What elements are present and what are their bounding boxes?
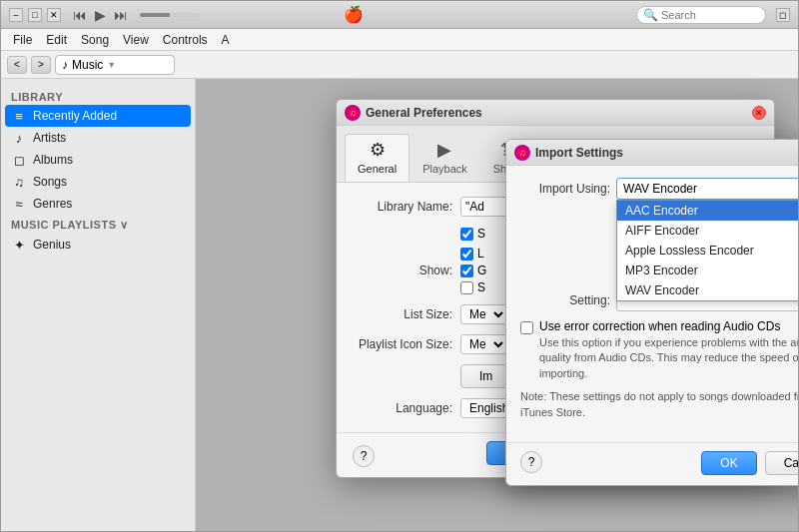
- show-g-label: G: [477, 264, 486, 277]
- location-label: Music: [72, 58, 103, 72]
- itunes-icon-import: ♫: [514, 145, 530, 161]
- playback-tab-icon: ▶: [437, 139, 451, 161]
- encoder-option-apple-lossless[interactable]: Apple Lossless Encoder: [617, 241, 798, 261]
- import-using-dropdown[interactable]: WAV Encoder ▼ AAC Encoder AIFF Encoder A…: [616, 178, 798, 200]
- error-correction-desc: Use this option if you experience proble…: [539, 335, 798, 381]
- general-tab-icon: ⚙: [370, 139, 386, 161]
- import-settings-ok-button[interactable]: OK: [701, 451, 756, 475]
- encoder-dropdown-list: AAC Encoder AIFF Encoder Apple Lossless …: [616, 200, 798, 301]
- encoder-option-mp3[interactable]: MP3 Encoder: [617, 261, 798, 280]
- show-item-g: G: [460, 264, 486, 277]
- music-note-icon: ♪: [62, 58, 68, 72]
- import-using-row: Import Using: WAV Encoder ▼ AAC Encoder …: [520, 178, 798, 200]
- show-item-l: L: [460, 247, 486, 261]
- import-settings-body: Import Using: WAV Encoder ▼ AAC Encoder …: [506, 166, 798, 442]
- import-using-label: Import Using:: [520, 182, 610, 196]
- checkbox-g[interactable]: [460, 265, 473, 277]
- sidebar-item-albums[interactable]: ◻ Albums: [1, 149, 195, 171]
- import-settings-dialog: ♫ Import Settings ✕ Import Using: WAV En…: [505, 139, 798, 486]
- play-button[interactable]: ▶: [93, 7, 108, 23]
- sidebar-item-label: Songs: [33, 175, 67, 189]
- menu-controls[interactable]: Controls: [157, 31, 214, 49]
- menu-file[interactable]: File: [7, 31, 38, 49]
- chevron-down-icon: ▼: [107, 60, 116, 70]
- genres-icon: ≈: [11, 196, 27, 212]
- import-button[interactable]: Im: [460, 364, 511, 388]
- minimize-button[interactable]: –: [9, 8, 23, 22]
- show-item-s2: S: [460, 280, 486, 294]
- playlist-icon-size-select[interactable]: Me: [460, 334, 507, 354]
- show-l-label: L: [477, 247, 484, 261]
- sidebar-item-label: Genres: [33, 197, 72, 211]
- back-button[interactable]: <: [7, 56, 27, 74]
- menu-advanced[interactable]: A: [216, 31, 236, 49]
- artists-icon: ♪: [11, 130, 27, 146]
- rewind-button[interactable]: ⏮: [71, 7, 89, 23]
- menu-song[interactable]: Song: [75, 31, 115, 49]
- sidebar-item-label: Albums: [33, 153, 73, 167]
- menu-edit[interactable]: Edit: [40, 31, 73, 49]
- menu-view[interactable]: View: [117, 31, 155, 49]
- show-checkboxes: L G S: [460, 247, 486, 294]
- checkbox-s[interactable]: [460, 228, 473, 241]
- setting-label: Setting:: [520, 293, 610, 307]
- sidebar-item-songs[interactable]: ♫ Songs: [1, 171, 195, 193]
- content-area: ♫ General Preferences ✕ ⚙ General ▶ Play…: [196, 79, 798, 531]
- sidebar-item-artists[interactable]: ♪ Artists: [1, 127, 195, 149]
- encoder-option-aac[interactable]: AAC Encoder: [617, 201, 798, 221]
- sidebar-item-label: Genius: [33, 238, 71, 252]
- list-size-label: List Size:: [353, 307, 452, 321]
- albums-icon: ◻: [11, 152, 27, 168]
- forward-button[interactable]: >: [31, 56, 51, 74]
- import-settings-help-button[interactable]: ?: [520, 451, 542, 473]
- import-settings-cancel-button[interactable]: Cancel: [765, 451, 798, 475]
- search-input[interactable]: [661, 9, 761, 21]
- close-button[interactable]: ✕: [47, 8, 61, 22]
- transport-controls: ⏮ ▶ ⏭: [71, 7, 130, 23]
- import-settings-titlebar: ♫ Import Settings ✕: [506, 140, 798, 166]
- tab-playback[interactable]: ▶ Playback: [409, 134, 480, 182]
- error-correction-row: Use error correction when reading Audio …: [520, 319, 798, 381]
- general-tab-label: General: [358, 163, 397, 175]
- songs-icon: ♫: [11, 174, 27, 190]
- window-resize-controls: ◻: [776, 8, 790, 22]
- checkbox-l[interactable]: [460, 248, 473, 261]
- sidebar-playlists-section[interactable]: Music Playlists ∨: [1, 215, 195, 234]
- playlists-label: Music Playlists ∨: [11, 219, 129, 232]
- encoder-option-aiff[interactable]: AIFF Encoder: [617, 221, 798, 241]
- general-prefs-close-button[interactable]: ✕: [752, 106, 766, 120]
- menu-bar: File Edit Song View Controls A: [1, 29, 798, 51]
- sidebar: Library ≡ Recently Added ♪ Artists ◻ Alb…: [1, 79, 196, 531]
- sidebar-library-section: Library: [1, 87, 195, 105]
- tab-general[interactable]: ⚙ General: [345, 134, 409, 182]
- checkbox-s2[interactable]: [460, 281, 473, 294]
- maximize-button[interactable]: □: [28, 8, 42, 22]
- show-label: Show:: [353, 264, 452, 277]
- itunes-window: – □ ✕ ⏮ ▶ ⏭ 🍎 🔍 ◻ File Edit Song View Co…: [0, 0, 799, 532]
- itunes-icon: ♫: [345, 105, 361, 121]
- volume-slider[interactable]: [140, 13, 200, 17]
- search-box: 🔍: [636, 6, 766, 24]
- import-settings-footer: ? OK Cancel: [506, 442, 798, 485]
- sidebar-item-label: Recently Added: [33, 109, 117, 123]
- restore-button[interactable]: ◻: [776, 8, 790, 22]
- dropdown-selected-value[interactable]: WAV Encoder ▼: [616, 178, 798, 200]
- encoder-option-wav[interactable]: WAV Encoder: [617, 280, 798, 300]
- sidebar-item-genres[interactable]: ≈ Genres: [1, 193, 195, 215]
- general-prefs-help-button[interactable]: ?: [353, 445, 375, 467]
- show-s2-label: S: [477, 280, 485, 294]
- checkbox-label-s: S: [477, 227, 485, 241]
- search-icon: 🔍: [643, 8, 658, 22]
- error-correction-content: Use error correction when reading Audio …: [539, 319, 798, 381]
- playback-tab-label: Playback: [422, 163, 467, 175]
- import-settings-note: Note: These settings do not apply to son…: [520, 389, 798, 420]
- fast-forward-button[interactable]: ⏭: [112, 7, 130, 23]
- sidebar-item-genius[interactable]: ✦ Genius: [1, 234, 195, 256]
- error-correction-checkbox[interactable]: [520, 321, 533, 334]
- error-correction-label: Use error correction when reading Audio …: [539, 319, 798, 333]
- title-bar: – □ ✕ ⏮ ▶ ⏭ 🍎 🔍 ◻: [1, 1, 798, 29]
- list-size-select[interactable]: Me: [460, 304, 507, 324]
- language-label: Language:: [353, 401, 452, 415]
- selected-encoder-label: WAV Encoder: [623, 182, 697, 196]
- sidebar-item-recently-added[interactable]: ≡ Recently Added: [5, 105, 191, 127]
